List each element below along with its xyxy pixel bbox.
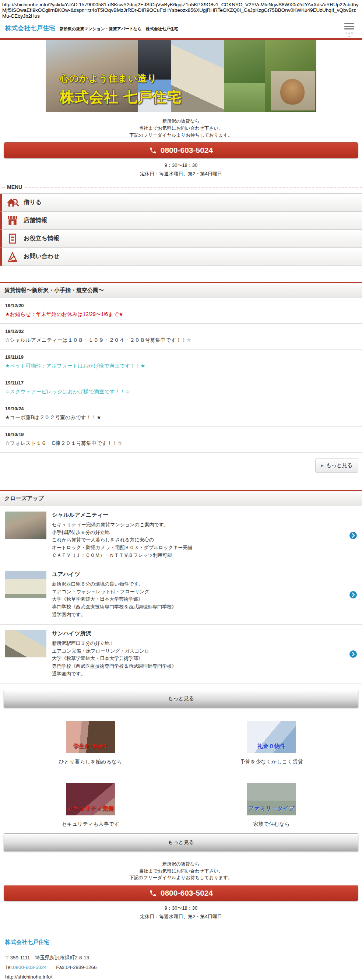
closeup-section: クローズアップ シャルルアメニティー セキュリティー完備の賃貸マンションのご案内… [0, 490, 362, 708]
site-logo-link[interactable]: 株式会社七戸住宅 [5, 24, 55, 32]
menu-section: MENU 借りる 店舗情報 お役立ち情報 お問い合わせ [0, 184, 362, 266]
news-item[interactable]: 19/11/19 ★ペット可物件：アルフォートはおかげ様で満室です！！★ [0, 350, 362, 375]
footer-site-url: http://shichinohe.info/ [5, 972, 357, 980]
news-item[interactable]: 19/12/02 ☆シャルルアメニティーは１０８・１０９・２０４・２０８号募集中… [0, 324, 362, 350]
contact-block-top: 新所沢の賃貸なら 当社までお気軽にお問い合わせ下さい。 下記のフリーダイヤルより… [0, 112, 362, 178]
store-icon [6, 214, 19, 227]
footer-tel-label: Tel. [5, 964, 13, 970]
menu-item-label: お役立ち情報 [24, 235, 59, 242]
menu-item-contact[interactable]: お問い合わせ [0, 248, 362, 266]
hero-photo-turtle [271, 71, 315, 110]
news-section-title: 賃貸情報〜新所沢・小手指・航空公園〜 [0, 282, 362, 298]
menu-item-useful-info[interactable]: お役立ち情報 [0, 230, 362, 248]
holiday-note: 定休日：毎週水曜日、第2・第4日曜日 [0, 913, 362, 921]
hero-catch-small: 心のかよう住まい造り [60, 72, 182, 84]
menu-item-rent[interactable]: 借りる [0, 194, 362, 212]
news-date: 19/10/24 [5, 406, 357, 411]
document-icon [6, 232, 19, 245]
category-no-key-money[interactable]: 礼金０物件 予算を少なくかしこく賃貸 [240, 721, 303, 765]
news-text: ★お知らせ：年末年始のお休みは12/29〜1/6まで★ [5, 311, 357, 318]
property-photo [5, 630, 46, 657]
news-more-button[interactable]: ▶ もっと見る [315, 458, 358, 473]
menu-item-label: お問い合わせ [24, 253, 60, 260]
hero-section: 心のかよう住まい造り 株式会社 七戸住宅 [0, 40, 362, 112]
chevron-right-icon: ▶ [321, 464, 324, 467]
category-photo-calculator: 礼金０物件 [247, 721, 296, 753]
contact-line-3: 下記のフリーダイヤルよりお待ちしております。 [0, 132, 362, 139]
category-security[interactable]: セキュリティ完備 セキュリティも大事です [62, 783, 119, 827]
chevron-right-circle-icon [349, 591, 357, 598]
property-card[interactable]: サンハイツ所沢 新所沢駅西口３分の好立地！ エアコン完備・床フローリング・ガスコ… [0, 625, 362, 684]
category-tiles: 学生向け物件 ひとり暮らしを始めるなら 礼金０物件 予算を少なくかしこく賃貸 セ… [0, 721, 362, 827]
news-text: ★ペット可物件：アルフォートはおかげ様で満室です！！★ [5, 363, 357, 369]
closeup-more-button[interactable]: もっと見る [4, 690, 358, 708]
property-card[interactable]: シャルルアメニティー セキュリティー完備の賃貸マンションのご案内です。 小手指駅… [0, 506, 362, 565]
news-date: 19/12/20 [5, 303, 357, 308]
category-photo-student: 学生向け物件 [66, 721, 115, 753]
category-students[interactable]: 学生向け物件 ひとり暮らしを始めるなら [59, 721, 122, 765]
news-date: 19/12/02 [5, 329, 357, 334]
closeup-section-title: クローズアップ [0, 490, 362, 506]
phone-icon [149, 889, 157, 897]
category-caption: 予算を少なくかしこく賃貸 [240, 759, 303, 765]
category-overlay-label: 礼金０物件 [257, 743, 286, 750]
categories-more-button[interactable]: もっと見る [4, 834, 358, 851]
menu-heading: MENU [0, 184, 362, 190]
news-item[interactable]: 19/10/19 ☆フォレスト１６ C棟２０１号募集中です！！☆ [0, 427, 362, 453]
contact-line-1: 新所沢の賃貸なら [0, 118, 362, 125]
category-overlay-label: セキュリティ完備 [67, 805, 114, 812]
news-date: 19/11/19 [5, 354, 357, 360]
site-tagline: 新所沢の賃貸マンション・賃貸アパートなら 株式会社七戸住宅 [60, 26, 178, 32]
footer-fax: Fax.04-2939-1266 [56, 964, 97, 970]
news-section: 賃貸情報〜新所沢・小手指・航空公園〜 19/12/20 ★お知らせ：年末年始のお… [0, 282, 362, 480]
category-caption: ひとり暮らしを始めるなら [59, 759, 122, 765]
news-item[interactable]: 19/12/20 ★お知らせ：年末年始のお休みは12/29〜1/6まで★ [0, 298, 362, 324]
page-url-text: http://shichinohe.info/?yclid=YJAD.15790… [0, 0, 362, 19]
hero-collage-image: 心のかよう住まい造り 株式会社 七戸住宅 [46, 40, 316, 112]
news-text: ★コーポ藤Bは２０２号室のみです！！★ [5, 414, 357, 421]
mail-icon [6, 250, 19, 263]
category-photo-cat: セキュリティ完備 [66, 783, 115, 815]
property-name: シャルルアメニティー [52, 512, 193, 519]
contact-line-3: 下記のフリーダイヤルよりお待ちしております。 [0, 874, 362, 881]
menu-item-label: 店舗情報 [24, 216, 47, 224]
category-caption: 家族で住むなら [247, 821, 296, 827]
property-photo [5, 512, 46, 539]
call-phone-button[interactable]: 0800-603-5024 [4, 142, 358, 158]
holiday-note: 定休日：毎週水曜日、第2・第4日曜日 [0, 170, 362, 178]
hamburger-menu-label: メニュー [344, 31, 355, 39]
menu-item-shop-info[interactable]: 店舗情報 [0, 212, 362, 230]
footer-tel-link[interactable]: 0800-603-5024 [13, 964, 47, 970]
category-overlay-label: 学生向け物件 [73, 743, 108, 750]
news-text: ☆スクウェアービレッジはおかげ様で満室です！！☆ [5, 388, 357, 395]
footer-company-name[interactable]: 株式会社七戸住宅 [5, 939, 357, 946]
hero-photo-plants [224, 83, 265, 112]
hero-catch-large: 株式会社 七戸住宅 [60, 87, 182, 107]
hamburger-icon [344, 23, 355, 30]
hamburger-menu-button[interactable]: メニュー [344, 22, 355, 39]
category-overlay-label: ファミリータイプ [248, 805, 295, 812]
category-photo-cygnets: ファミリータイプ [247, 783, 296, 815]
category-family[interactable]: ファミリータイプ 家族で住むなら [247, 783, 296, 827]
category-caption: セキュリティも大事です [62, 821, 119, 827]
phone-icon [149, 146, 157, 154]
news-item[interactable]: 19/10/24 ★コーポ藤Bは２０２号室のみです！！★ [0, 401, 362, 427]
site-header: 株式会社七戸住宅 新所沢の賃貸マンション・賃貸アパートなら 株式会社七戸住宅 メ… [0, 19, 362, 38]
contact-line-1: 新所沢の賃貸なら [0, 861, 362, 868]
property-name: ユアハイツ [52, 571, 176, 578]
news-date: 19/11/17 [5, 380, 357, 386]
news-text: ☆フォレスト１６ C棟２０１号募集中です！！☆ [5, 440, 357, 447]
footer-address: 〒359-1111 埼玉県所沢市緑町2-8-13 [5, 953, 357, 963]
phone-number: 0800-603-5024 [160, 889, 213, 897]
news-text: ☆シャルルアメニティーは１０８・１０９・２０４・２０８号募集中です！！☆ [5, 337, 357, 344]
news-date: 19/10/19 [5, 432, 357, 437]
news-item[interactable]: 19/11/17 ☆スクウェアービレッジはおかげ様で満室です！！☆ [0, 375, 362, 401]
property-name: サンハイツ所沢 [52, 630, 176, 637]
hero-photo-garden [224, 40, 265, 83]
menu-item-label: 借りる [24, 199, 41, 206]
call-phone-button[interactable]: 0800-603-5024 [4, 885, 358, 901]
property-card[interactable]: ユアハイツ 新所沢西口駅６分の環境の良い物件です。 エアコン・ウォシュレット付・… [0, 565, 362, 625]
house-search-icon [6, 196, 19, 209]
chevron-right-circle-icon [349, 532, 357, 539]
business-hours: 9：30〜18：30 [0, 904, 362, 913]
